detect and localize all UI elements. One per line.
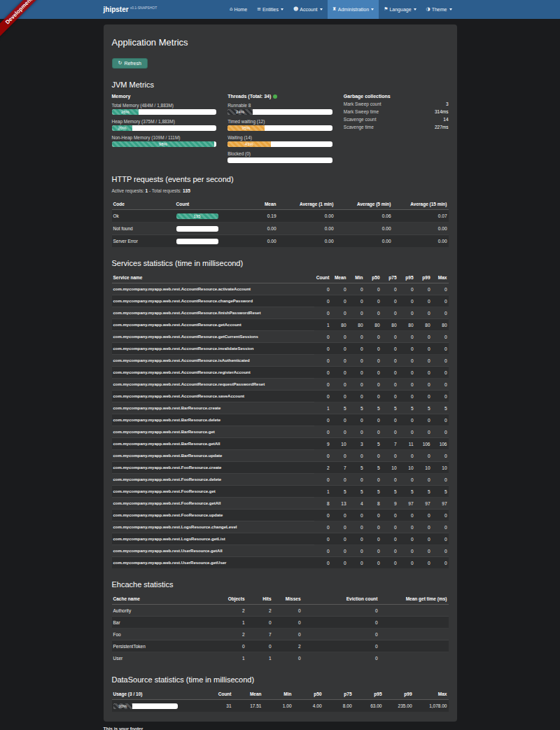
gc-row: Mark Sweep time 314ms	[344, 108, 449, 115]
service-p50: 0	[365, 367, 382, 379]
col-header-count: Count	[314, 272, 331, 283]
threads-title-label: Threads (Total: 34)	[227, 94, 271, 99]
table-row: com.mycompany.myapp.web.rest.LogsResourc…	[112, 533, 449, 545]
nav-item-administration[interactable]: ♜ Administration	[328, 0, 379, 19]
progress-text: 20%	[118, 126, 126, 130]
table-row: com.mycompany.myapp.web.rest.AccountReso…	[112, 319, 449, 331]
service-mean: 0	[331, 355, 348, 367]
service-name: com.mycompany.myapp.web.rest.AccountReso…	[112, 307, 314, 319]
table-row: Foo 2 7 0 0	[112, 629, 449, 640]
col-header-mean: Mean	[233, 689, 263, 700]
refresh-button[interactable]: ↻ Refresh	[112, 58, 148, 69]
gc-label: Scavenge time	[344, 125, 374, 129]
metric-total-memory: Total Memory (484M / 1,883M) 26%	[112, 103, 217, 115]
http-avg1: 0.00	[278, 210, 335, 223]
nav-item-theme[interactable]: ◑ Theme	[421, 0, 457, 19]
service-min: 80	[348, 319, 365, 331]
col-header-mean: Mean	[331, 272, 348, 283]
service-p50: 0	[365, 533, 382, 545]
brand-link[interactable]: jhipster v0.1-SNAPSHOT	[104, 0, 158, 19]
service-mean: 0	[331, 331, 348, 343]
service-name: com.mycompany.myapp.web.rest.BarResource…	[112, 414, 314, 426]
user-icon: ☻	[293, 7, 298, 12]
service-mean: 10	[331, 438, 348, 450]
service-name: com.mycompany.myapp.web.rest.AccountReso…	[112, 295, 314, 307]
progress-fill: 20%	[112, 125, 133, 131]
cache-misses: 2	[273, 640, 302, 652]
ds-p50: 4.00	[293, 700, 323, 713]
service-max: 0	[432, 367, 449, 379]
service-min: 0	[348, 307, 365, 319]
service-p95: 0	[398, 510, 415, 521]
service-mean: 0	[331, 426, 348, 438]
metric-threads-runnable: Runnable 8 24%	[227, 103, 332, 115]
nav-item-home[interactable]: ⌂ Home	[225, 0, 252, 19]
chevron-down-icon	[414, 8, 416, 10]
http-avg15: 0.00	[393, 235, 449, 248]
col-header-p95: p95	[354, 689, 384, 700]
service-min: 5	[348, 402, 365, 414]
service-max: 0	[432, 295, 449, 307]
table-row: Bar 1 0 0 0	[112, 617, 449, 629]
service-name: com.mycompany.myapp.web.rest.FooResource…	[112, 498, 314, 510]
service-p99: 0	[415, 450, 432, 462]
http-avg1: 0.00	[278, 235, 335, 248]
service-min: 0	[348, 545, 365, 557]
jvm-grid: Memory Total Memory (484M / 1,883M) 26% …	[112, 94, 449, 163]
nav-item-label: Home	[234, 7, 247, 12]
cache-objects: 2	[217, 605, 246, 617]
home-icon: ⌂	[230, 7, 232, 12]
service-mean: 0	[331, 533, 348, 545]
service-count: 0	[314, 521, 331, 533]
service-mean: 5	[331, 402, 348, 414]
service-p75: 0	[382, 557, 398, 569]
threads-info-icon[interactable]	[273, 94, 277, 99]
nav-item-entities[interactable]: ≡ Entities	[252, 0, 288, 19]
service-mean: 0	[331, 307, 348, 319]
service-p99: 0	[415, 295, 432, 307]
service-count: 0	[314, 533, 331, 545]
service-count: 0	[314, 295, 331, 307]
navbar: Development jhipster v0.1-SNAPSHOT ⌂ Hom…	[0, 0, 560, 19]
nav-item-language[interactable]: ⚑ Language	[379, 0, 421, 19]
progress-fill: 41%	[227, 141, 270, 147]
total-requests-value: 135	[183, 188, 190, 193]
service-min: 0	[348, 510, 365, 521]
tower-icon: ♜	[332, 7, 337, 12]
jvm-threads-column: Threads (Total: 34) Runnable 8 24% Timed…	[227, 94, 332, 163]
http-code: Ok	[112, 210, 175, 223]
gc-row: Scavenge time 227ms	[344, 123, 449, 131]
col-header-service-name: Service name	[112, 272, 314, 283]
service-p95: 0	[398, 426, 415, 438]
service-p95: 0	[398, 545, 415, 557]
service-p50: 0	[365, 510, 382, 521]
progress-fill: 30%	[113, 703, 133, 709]
service-p99: 0	[415, 283, 432, 295]
table-row: com.mycompany.myapp.web.rest.AccountReso…	[112, 379, 449, 391]
gc-value: 14	[443, 117, 448, 122]
cache-misses: 0	[273, 605, 302, 617]
nav-item-account[interactable]: ☻ Account	[288, 0, 328, 19]
table-row: com.mycompany.myapp.web.rest.AccountReso…	[112, 367, 449, 379]
service-p99: 10	[415, 462, 432, 474]
brand-name: jhipster	[104, 6, 129, 13]
service-p75: 0	[382, 414, 398, 426]
col-header-cache-name: Cache name	[112, 594, 217, 605]
service-count: 9	[314, 438, 331, 450]
service-p95: 5	[398, 486, 415, 498]
service-mean: 0	[331, 367, 348, 379]
service-max: 97	[432, 498, 449, 510]
service-p95: 0	[398, 379, 415, 391]
http-count-cell: 135	[175, 210, 225, 223]
service-name: com.mycompany.myapp.web.rest.FooResource…	[112, 462, 314, 474]
table-row: User 1 1 0 0	[112, 652, 449, 664]
datasource-header-row: Usage (3 / 10) Count Mean Min p50 p75 p9…	[112, 689, 449, 700]
service-p50: 0	[365, 295, 382, 307]
col-header-count: Count	[203, 689, 233, 700]
threads-title: Threads (Total: 34)	[227, 94, 332, 99]
service-name: com.mycompany.myapp.web.rest.FooResource…	[112, 486, 314, 498]
metric-nonheap-memory: Non-Heap Memory (109M / 111M) 98%	[112, 135, 217, 147]
cache-hits: 1	[246, 652, 273, 664]
metric-label: Non-Heap Memory (109M / 111M)	[112, 135, 217, 140]
table-row: com.mycompany.myapp.web.rest.BarResource…	[112, 414, 449, 426]
